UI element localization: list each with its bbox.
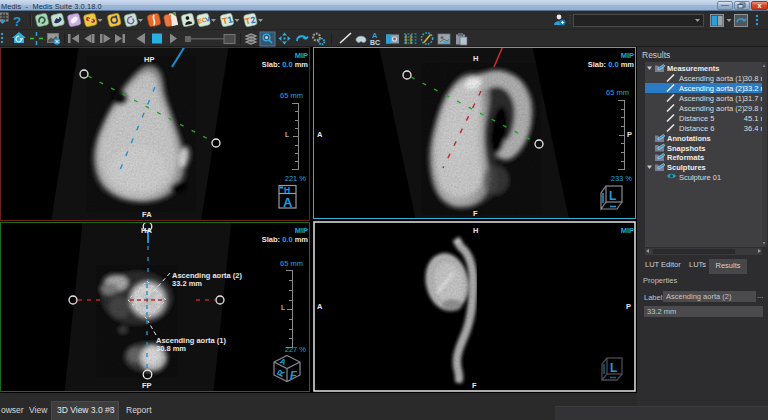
- svg-text:HA: HA: [141, 226, 152, 235]
- svg-text:L: L: [609, 189, 616, 203]
- svg-text:221 %: 221 %: [285, 174, 307, 183]
- svg-text:30.8 mm: 30.8 mm: [156, 344, 186, 353]
- svg-text:Ascending aorta (2): Ascending aorta (2): [679, 104, 745, 113]
- svg-text:65 mm: 65 mm: [606, 88, 629, 97]
- svg-text:MIP: MIP: [621, 51, 634, 60]
- svg-text:Annotations: Annotations: [667, 134, 711, 143]
- svg-text:Ascending aorta (1): Ascending aorta (1): [679, 74, 745, 83]
- svg-text:F: F: [290, 369, 297, 381]
- svg-text:MIP: MIP: [295, 226, 308, 235]
- svg-text:65 mm: 65 mm: [280, 259, 303, 268]
- svg-text:Ascending aorta (2): Ascending aorta (2): [679, 84, 745, 93]
- svg-text:45.1 mm: 45.1 mm: [744, 114, 762, 123]
- svg-text:H: H: [284, 185, 290, 195]
- svg-text:HP: HP: [144, 55, 154, 64]
- svg-text:L: L: [285, 130, 289, 139]
- svg-text:L: L: [281, 303, 285, 312]
- svg-text:H: H: [473, 226, 478, 235]
- svg-text:P: P: [626, 302, 631, 311]
- svg-text:MIP: MIP: [621, 226, 634, 235]
- svg-text:Distance 6: Distance 6: [679, 124, 714, 133]
- svg-text:33.2 mm: 33.2 mm: [744, 84, 762, 93]
- svg-text:31.7 mm: 31.7 mm: [744, 94, 762, 103]
- svg-text:Sculpture 01: Sculpture 01: [679, 173, 721, 182]
- svg-text:F: F: [473, 209, 478, 218]
- svg-text:MIP: MIP: [295, 51, 308, 60]
- svg-text:H: H: [473, 54, 478, 63]
- svg-text:Slab: 0.0 mm: Slab: 0.0 mm: [262, 235, 309, 244]
- svg-text:Sculptures: Sculptures: [667, 163, 706, 172]
- svg-text:F: F: [472, 381, 477, 390]
- svg-text:30.8 mm: 30.8 mm: [744, 74, 762, 83]
- svg-text:33.2 mm: 33.2 mm: [172, 279, 202, 288]
- svg-text:P: P: [627, 130, 632, 139]
- svg-text:Measurements: Measurements: [667, 64, 720, 73]
- svg-text:65 mm: 65 mm: [280, 91, 303, 100]
- svg-text:BC: BC: [370, 39, 380, 46]
- svg-text:A: A: [317, 130, 323, 139]
- svg-text:233 %: 233 %: [611, 174, 633, 183]
- svg-text:Snapshots: Snapshots: [667, 144, 705, 153]
- svg-text:Slab: 0.0 mm: Slab: 0.0 mm: [588, 60, 635, 69]
- svg-text:A: A: [283, 195, 293, 210]
- svg-text:36.4 mm: 36.4 mm: [744, 124, 762, 133]
- svg-text:V: V: [205, 15, 211, 23]
- svg-text:A: A: [317, 302, 323, 311]
- svg-text:Ascending aorta (1): Ascending aorta (1): [679, 94, 745, 103]
- svg-text:Distance 5: Distance 5: [679, 114, 714, 123]
- svg-text:Slab: 0.0 mm: Slab: 0.0 mm: [262, 60, 309, 69]
- svg-text:FP: FP: [142, 381, 152, 390]
- svg-text:?: ?: [13, 14, 21, 29]
- svg-text:227 %: 227 %: [285, 345, 307, 354]
- svg-text:29.8 mm: 29.8 mm: [744, 104, 762, 113]
- svg-text:FA: FA: [142, 210, 152, 219]
- svg-text:Reformats: Reformats: [667, 153, 704, 162]
- svg-text:L: L: [610, 361, 617, 375]
